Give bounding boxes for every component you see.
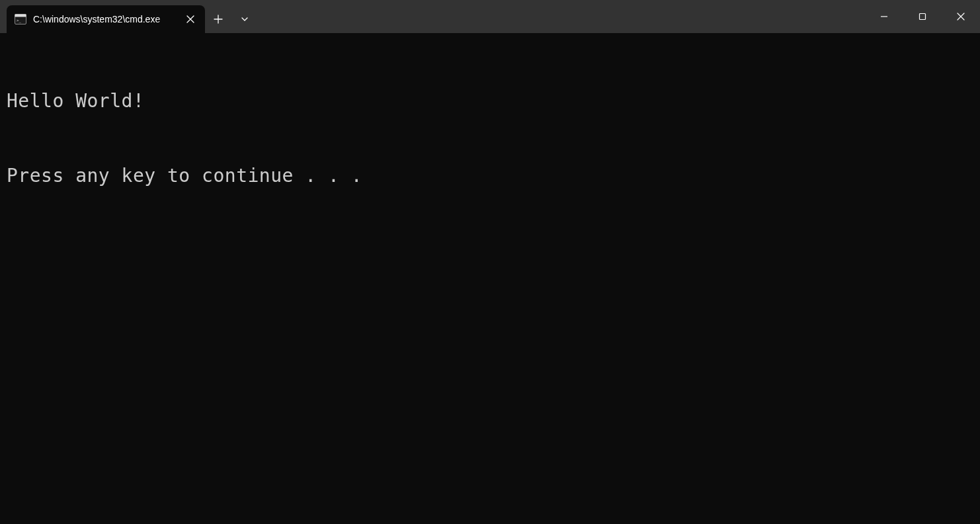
window-controls	[865, 0, 980, 33]
svg-rect-3	[920, 14, 926, 20]
new-tab-area	[205, 0, 258, 33]
titlebar-drag-area[interactable]	[258, 0, 865, 33]
terminal-output[interactable]: Hello World! Press any key to continue .…	[0, 33, 980, 219]
new-tab-button[interactable]	[205, 5, 231, 33]
titlebar: >_ C:\windows\system32\cmd.exe	[0, 0, 980, 33]
maximize-icon	[919, 13, 926, 21]
cmd-icon: >_	[15, 13, 26, 25]
svg-text:>_: >_	[17, 18, 22, 23]
chevron-down-icon	[240, 15, 249, 24]
plus-icon	[214, 15, 223, 24]
tab-cmd[interactable]: >_ C:\windows\system32\cmd.exe	[7, 5, 205, 33]
close-icon	[957, 13, 965, 21]
minimize-button[interactable]	[865, 0, 903, 33]
terminal-line: Hello World!	[7, 89, 973, 114]
tab-dropdown-button[interactable]	[231, 5, 258, 33]
svg-rect-1	[15, 15, 26, 17]
window-close-button[interactable]	[942, 0, 980, 33]
minimize-icon	[880, 13, 888, 21]
tab-strip: >_ C:\windows\system32\cmd.exe	[0, 0, 205, 33]
tab-close-button[interactable]	[184, 13, 197, 26]
tab-title: C:\windows\system32\cmd.exe	[33, 14, 177, 24]
terminal-line: Press any key to continue . . .	[7, 163, 973, 189]
close-icon	[186, 15, 194, 23]
maximize-button[interactable]	[903, 0, 942, 33]
